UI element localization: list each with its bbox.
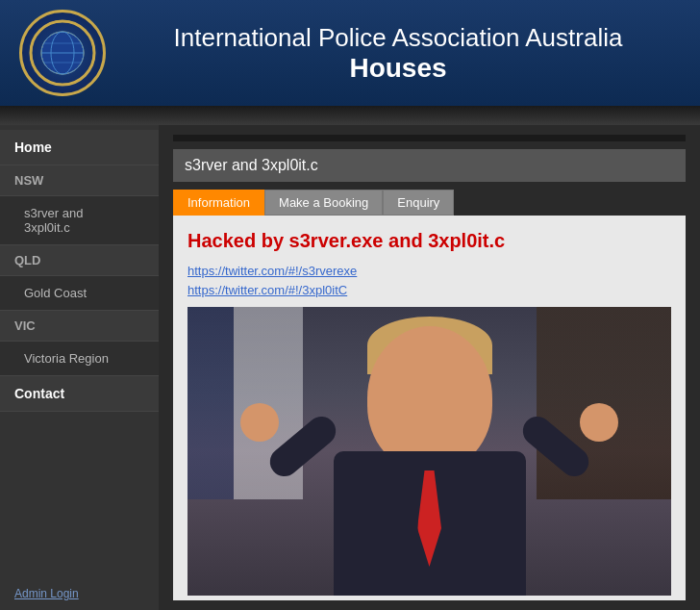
face <box>367 326 492 470</box>
header-text: International Police Association Austral… <box>106 23 681 84</box>
sidebar-item-s3rver[interactable]: s3rver and 3xpl0it.c <box>0 196 159 245</box>
sidebar-spacer <box>0 412 159 577</box>
content-top-bar <box>173 135 686 141</box>
sidebar-item-home[interactable]: Home <box>0 130 159 165</box>
hack-link-1[interactable]: https://twitter.com/#!/s3rverexe <box>188 264 671 278</box>
sidebar-section-vic: VIC <box>0 311 159 342</box>
header-title-line1: International Police Association Austral… <box>115 23 681 53</box>
sidebar-item-gold-coast[interactable]: Gold Coast <box>0 276 159 311</box>
sidebar: Home NSW s3rver and 3xpl0it.c QLD Gold C… <box>0 125 159 610</box>
hack-image <box>188 307 671 596</box>
inner-content: Hacked by s3rver.exe and 3xpl0it.c https… <box>173 216 686 600</box>
hack-title: Hacked by s3rver.exe and 3xpl0it.c <box>188 230 671 252</box>
sidebar-item-contact[interactable]: Contact <box>0 376 159 412</box>
tab-make-booking[interactable]: Make a Booking <box>264 190 383 216</box>
tab-enquiry[interactable]: Enquiry <box>383 190 454 216</box>
hand-right <box>580 403 618 442</box>
man-figure <box>188 307 671 596</box>
tabs-container: Information Make a Booking Enquiry <box>173 190 686 216</box>
content-area: s3rver and 3xpl0it.c Information Make a … <box>159 125 700 610</box>
hack-link-2[interactable]: https://twitter.com/#!/3xpl0itC <box>188 283 671 297</box>
tab-information[interactable]: Information <box>173 190 264 216</box>
logo-svg <box>29 19 96 87</box>
sidebar-item-victoria-region[interactable]: Victoria Region <box>0 342 159 376</box>
hand-left <box>240 403 279 442</box>
top-separator <box>0 106 700 125</box>
header: International Police Association Austral… <box>0 0 700 106</box>
logo <box>19 10 106 96</box>
admin-login-link[interactable]: Admin Login <box>0 577 159 610</box>
sidebar-section-nsw: NSW <box>0 165 159 196</box>
main-layout: Home NSW s3rver and 3xpl0it.c QLD Gold C… <box>0 125 700 610</box>
sidebar-section-qld: QLD <box>0 245 159 276</box>
page-title: s3rver and 3xpl0it.c <box>173 149 686 182</box>
header-title-line2: Houses <box>115 53 681 84</box>
